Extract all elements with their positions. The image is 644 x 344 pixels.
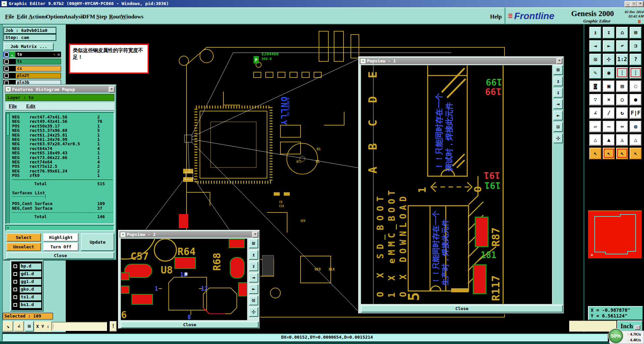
- center-view-button[interactable]: ⊹: [553, 134, 563, 143]
- scroll-left-icon[interactable]: ◂: [7, 226, 9, 230]
- alert-button[interactable]: !: [110, 321, 117, 332]
- histogram-list[interactable]: NEGrect47.47x41.562NEGrect49.43x41.5676P…: [5, 112, 114, 224]
- layer-checkbox[interactable]: [13, 287, 18, 292]
- select-region-button[interactable]: ◌: [630, 81, 642, 92]
- layer-checkbox[interactable]: [3, 66, 9, 71]
- histogram-row[interactable]: NEGrect65.18x49.431: [10, 151, 113, 155]
- clipboard-out-button[interactable]: ↧: [603, 27, 615, 39]
- job-matrix-button[interactable]: Job Matrix ...: [4, 43, 54, 50]
- layer-label[interactable]: cs: [15, 66, 61, 71]
- surface-row[interactable]: NEG,Cont Surface37: [10, 206, 113, 210]
- menu-windows[interactable]: Windows: [121, 8, 144, 25]
- distance-button[interactable]: ⇔: [616, 121, 628, 133]
- turn-off-button[interactable]: Turn Off: [43, 243, 78, 251]
- unselect-button[interactable]: Unselect: [6, 243, 41, 251]
- pan-in-button[interactable]: ⇥: [589, 40, 601, 52]
- pan-in-button[interactable]: ⇥: [249, 273, 258, 283]
- histogram-row[interactable]: NEGrect61.24x25.811: [10, 133, 113, 137]
- histogram-row[interactable]: NEGrect64x744: [10, 146, 113, 151]
- center-view-button[interactable]: ⊹: [249, 307, 258, 317]
- popview2-close-icon[interactable]: ×: [252, 232, 258, 238]
- select-button[interactable]: Select: [6, 233, 41, 242]
- marker-filled-button[interactable]: ▲: [603, 134, 615, 146]
- layer-label[interactable]: gko.d: [19, 286, 42, 293]
- vscroll-thumb[interactable]: [6, 113, 9, 136]
- layer-row-ts[interactable]: ts: [3, 59, 63, 64]
- layer-row-bp.d[interactable]: bp.d: [11, 263, 42, 270]
- histogram-row[interactable]: NEGrect47.47x41.562: [10, 115, 113, 119]
- update-button[interactable]: Update: [81, 233, 114, 251]
- popview2-close-button[interactable]: Close: [121, 322, 259, 328]
- histogram-close-icon[interactable]: ×: [109, 87, 115, 93]
- layer-row-cs[interactable]: cs: [3, 66, 63, 71]
- layer-row-ts1.d[interactable]: ts1.d: [11, 294, 42, 301]
- popview1-titlebar[interactable]: × Popview - 1 ×: [360, 58, 563, 64]
- histogram-row[interactable]: NEGrect74x644: [10, 160, 113, 164]
- cursor-round-button[interactable]: ↖: [616, 148, 628, 159]
- units-dropdown-icon[interactable]: [635, 325, 640, 330]
- layer-checkbox[interactable]: [3, 52, 9, 57]
- histogram-row[interactable]: POSrect50x39.171: [10, 124, 113, 128]
- pan-out-button[interactable]: ⇤: [603, 40, 615, 52]
- popview1-close-button[interactable]: Close: [361, 305, 563, 312]
- layer-row-gd1.d[interactable]: gd1.d: [11, 271, 42, 278]
- undo-view-button[interactable]: ↶: [616, 40, 628, 52]
- popview2-titlebar[interactable]: × Popview - 2 ×: [119, 231, 259, 238]
- cursor-plain-button[interactable]: ↖: [589, 148, 601, 159]
- histogram-row[interactable]: POSzfk91: [10, 173, 113, 178]
- net-chain-button[interactable]: ∵: [589, 94, 601, 106]
- histogram-row[interactable]: NEGrect61.24x76.991: [10, 137, 113, 142]
- zoom-area-button[interactable]: ▣: [603, 81, 615, 92]
- menu-actions[interactable]: Actions: [29, 8, 47, 25]
- layer-stackup-b-button[interactable]: ⋮: [630, 67, 642, 79]
- cursor-frame-button[interactable]: ↖: [603, 148, 615, 159]
- marker-cross-button[interactable]: △: [630, 134, 642, 146]
- histogram-titlebar[interactable]: × Features Histogram Popup ×: [5, 86, 115, 93]
- layer-checkbox[interactable]: [3, 73, 9, 79]
- layer-label[interactable]: gd1.d: [19, 271, 42, 278]
- menu-edit[interactable]: Edit: [17, 8, 27, 25]
- pan-in-button[interactable]: ⇥: [553, 99, 563, 109]
- scale-1-2-button[interactable]: 1:2: [616, 54, 628, 65]
- copy-shape-button[interactable]: ▱: [589, 121, 601, 133]
- resize-tool-button[interactable]: ↘: [3, 321, 13, 332]
- rotate-button[interactable]: ↻: [616, 107, 628, 119]
- layer-label[interactable]: to✎⊞: [15, 52, 61, 57]
- tile-windows-button[interactable]: ⊞: [25, 321, 34, 332]
- layer-row-to[interactable]: ↖to✎⊞: [3, 52, 63, 57]
- detach-view-button[interactable]: ⊞: [553, 65, 563, 75]
- clipboard-out-button[interactable]: ↧: [249, 261, 258, 271]
- marker-up-button[interactable]: △: [589, 134, 601, 146]
- xy-input[interactable]: [51, 322, 107, 331]
- layer-active-tile[interactable]: [9, 59, 15, 64]
- histogram-vscrollbar[interactable]: [6, 113, 10, 224]
- line-measure-button[interactable]: /: [603, 107, 615, 119]
- histogram-menu-file[interactable]: File: [9, 103, 17, 109]
- setup-tools-button[interactable]: ✎: [589, 67, 601, 79]
- layer-row-bs1.d[interactable]: bs1.d: [11, 302, 42, 308]
- layer-row-gg1.d[interactable]: gg1.d: [11, 279, 42, 285]
- layer-label[interactable]: pln2t: [15, 73, 61, 79]
- histogram-close-button[interactable]: Close: [6, 252, 114, 259]
- window-xy-button[interactable]: ⊞: [630, 27, 642, 39]
- popview1-canvas[interactable]: E D C B A O X SD_BOOT 1 X eMMC_BOOT O X …: [361, 65, 552, 304]
- menu-dfm[interactable]: DFM: [82, 8, 95, 25]
- pan-out-button[interactable]: ⇤: [553, 111, 563, 120]
- histogram-row[interactable]: NEGrect49.43x41.5676: [10, 119, 113, 124]
- marker-base-button[interactable]: ◬: [616, 134, 628, 146]
- center-view-button[interactable]: ⊹: [603, 54, 615, 65]
- layer-active-tile[interactable]: [9, 66, 15, 71]
- layer-checkbox[interactable]: [13, 302, 18, 307]
- histogram-row[interactable]: NEGrect73.06x22.661: [10, 155, 113, 160]
- clipboard-in-button[interactable]: ↥: [589, 27, 601, 39]
- mirror-button[interactable]: F|F: [630, 107, 642, 119]
- layer-checkbox[interactable]: [13, 272, 18, 277]
- highlight-button[interactable]: Highlight: [43, 233, 78, 242]
- navigator-view[interactable]: ×: [588, 210, 642, 258]
- probe-open-button[interactable]: ○: [616, 94, 628, 106]
- home-view-button[interactable]: ⌂: [616, 27, 628, 39]
- layer-label[interactable]: bp.d: [19, 263, 42, 270]
- menu-step[interactable]: Step: [96, 8, 107, 25]
- layer-label[interactable]: bs1.d: [19, 302, 42, 308]
- probe-filled-button[interactable]: ●: [630, 94, 642, 106]
